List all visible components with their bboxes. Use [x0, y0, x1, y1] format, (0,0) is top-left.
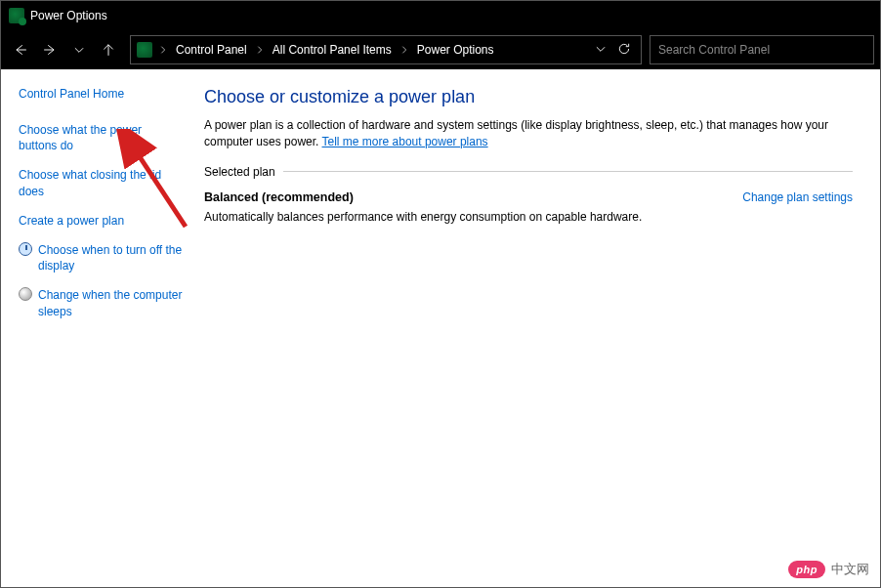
address-dropdown[interactable] — [594, 42, 608, 59]
plan-description: Automatically balances performance with … — [204, 210, 642, 224]
search-input[interactable] — [658, 43, 865, 57]
address-actions — [594, 42, 635, 59]
back-button[interactable] — [7, 36, 34, 63]
up-button[interactable] — [95, 36, 122, 63]
arrow-up-icon — [102, 43, 115, 57]
chevron-right-icon[interactable] — [156, 43, 170, 57]
sidebar-item-label: Create a power plan — [19, 213, 124, 229]
recent-dropdown[interactable] — [65, 36, 93, 63]
breadcrumb-power-options[interactable]: Power Options — [413, 41, 498, 59]
sidebar-item-label: Choose what closing the lid does — [19, 167, 183, 198]
moon-icon — [19, 287, 32, 301]
divider — [283, 171, 853, 172]
sidebar-link-computer-sleeps[interactable]: Change when the computer sleeps — [38, 287, 183, 318]
sidebar-link-closing-lid[interactable]: Choose what closing the lid does — [19, 167, 183, 198]
breadcrumb: Control Panel All Control Panel Items Po… — [156, 41, 590, 59]
power-options-icon — [137, 42, 152, 58]
arrow-left-icon — [14, 43, 27, 57]
refresh-button[interactable] — [617, 42, 631, 59]
chevron-down-icon — [594, 42, 608, 56]
plan-name: Balanced (recommended) — [204, 190, 642, 204]
content-area: Control Panel Home Choose what the power… — [1, 69, 880, 587]
section-label: Selected plan — [204, 165, 275, 179]
titlebar: Power Options — [1, 1, 880, 30]
page-description: A power plan is a collection of hardware… — [204, 117, 853, 151]
breadcrumb-all-items[interactable]: All Control Panel Items — [269, 41, 396, 59]
window: Power Options Control Panel All Control … — [0, 0, 881, 588]
sidebar-link-turn-off-display[interactable]: Choose when to turn off the display — [38, 242, 183, 273]
description-text: A power plan is a collection of hardware… — [204, 118, 828, 148]
section-header: Selected plan — [204, 165, 853, 179]
chevron-right-icon[interactable] — [253, 43, 267, 57]
sidebar-item-label: Change when the computer sleeps — [38, 287, 183, 318]
sidebar: Control Panel Home Choose what the power… — [1, 69, 196, 587]
arrow-right-icon — [43, 43, 57, 57]
control-panel-home-link[interactable]: Control Panel Home — [19, 87, 183, 101]
sidebar-link-power-buttons[interactable]: Choose what the power buttons do — [19, 122, 183, 153]
power-options-icon — [9, 8, 24, 23]
navbar: Control Panel All Control Panel Items Po… — [1, 30, 880, 69]
forward-button[interactable] — [36, 36, 63, 63]
clock-icon — [19, 242, 32, 256]
search-box[interactable] — [650, 35, 874, 64]
chevron-right-icon[interactable] — [398, 43, 411, 57]
main-panel: Choose or customize a power plan A power… — [196, 69, 880, 587]
page-title: Choose or customize a power plan — [204, 87, 853, 107]
sidebar-link-create-plan[interactable]: Create a power plan — [19, 213, 183, 229]
sidebar-item-label: Choose what the power buttons do — [19, 122, 183, 153]
plan-info: Balanced (recommended) Automatically bal… — [204, 190, 642, 224]
refresh-icon — [617, 42, 631, 56]
plan-row: Balanced (recommended) Automatically bal… — [204, 190, 853, 224]
sidebar-item-label: Choose when to turn off the display — [38, 242, 183, 273]
window-title: Power Options — [30, 9, 107, 22]
breadcrumb-control-panel[interactable]: Control Panel — [172, 41, 251, 59]
change-plan-settings-link[interactable]: Change plan settings — [742, 190, 853, 204]
chevron-down-icon — [72, 43, 86, 57]
address-bar[interactable]: Control Panel All Control Panel Items Po… — [130, 35, 642, 64]
learn-more-link[interactable]: Tell me more about power plans — [322, 135, 488, 148]
